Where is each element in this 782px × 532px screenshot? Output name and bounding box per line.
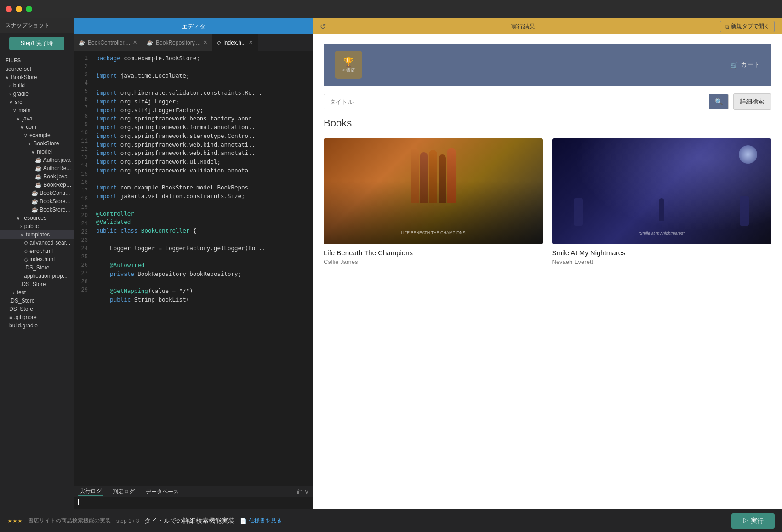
cover-1-text: LIFE BENEATH THE CHAMPIONS: [328, 230, 538, 235]
tree-book-java[interactable]: ☕ Book.java: [0, 172, 74, 181]
code-area[interactable]: 1234567891011121314151617181920212223242…: [74, 51, 313, 486]
step-info: step 1 / 3: [116, 518, 139, 524]
files-header: FILES: [0, 56, 74, 65]
book-card-2[interactable]: "Smile at my nightmares" Smile At My Nig…: [552, 138, 771, 265]
tree-bookstoreapp-java[interactable]: ☕ BookStoreA...: [0, 197, 74, 206]
tree-ds-store-2[interactable]: .DS_Store: [0, 280, 74, 288]
tree-test[interactable]: › test: [0, 288, 74, 297]
book-card-1[interactable]: LIFE BENEATH THE CHAMPIONS Life Beneath …: [324, 138, 543, 265]
sidebar-header: スナップショット: [0, 18, 74, 33]
tree-gradle[interactable]: › gradle: [0, 90, 74, 98]
tree-src[interactable]: ∨ src: [0, 98, 74, 106]
tab-bookcontroller[interactable]: ☕ BookController.... ✕: [74, 34, 142, 51]
close-button[interactable]: [6, 6, 12, 12]
tree-index-html[interactable]: ◇ index.html: [0, 255, 74, 263]
tree-authorrep-java[interactable]: ☕ AuthorRe...: [0, 164, 74, 172]
log-tabs: 実行ログ 判定ログ データベース 🗑 ∨: [74, 486, 313, 497]
traffic-lights: [6, 6, 32, 12]
book-author-2: Nevaeh Everett: [552, 258, 771, 265]
tree-build[interactable]: › build: [0, 81, 74, 90]
html-icon: ◇: [217, 40, 221, 46]
tree-public[interactable]: › public: [0, 222, 74, 230]
tree-bookstore-sub[interactable]: ∨ BookStore: [0, 139, 74, 148]
main-container: スナップショット Step1 完了時 FILES source-set ∨ Bo…: [0, 18, 782, 532]
book-author-1: Callie James: [324, 258, 543, 265]
code-content: package com.example.BookStore; import ja…: [91, 51, 313, 486]
spec-link-icon: 📄: [240, 518, 247, 524]
tree-advanced-html[interactable]: ◇ advanced-sear...: [0, 239, 74, 247]
tree-ds-store-3[interactable]: .DS_Store: [0, 297, 74, 305]
task-label: 書店サイトの商品検索機能の実装: [28, 517, 111, 525]
books-title: Books: [324, 117, 771, 129]
tab-bookrepository[interactable]: ☕ BookRepository.... ✕: [142, 34, 212, 51]
refresh-button[interactable]: ↺: [320, 22, 326, 31]
log-area: 実行ログ 判定ログ データベース 🗑 ∨: [74, 486, 313, 509]
spec-link-label: 仕様書を見る: [249, 517, 282, 525]
cart-label: カート: [741, 61, 760, 69]
maximize-button[interactable]: [26, 6, 32, 12]
minimize-button[interactable]: [16, 6, 22, 12]
tab-close-2[interactable]: ✕: [203, 40, 207, 46]
tree-main[interactable]: ∨ main: [0, 106, 74, 114]
right-panel-title: 実行結果: [511, 23, 535, 31]
tree-bookstorecfg-java[interactable]: ☕ BookStoreC...: [0, 206, 74, 214]
logo-text: ○○書店: [342, 67, 355, 73]
tree-author-java[interactable]: ☕ Author.java: [0, 156, 74, 164]
tab-close-1[interactable]: ✕: [133, 40, 137, 46]
log-tab-database[interactable]: データベース: [144, 488, 181, 496]
editor-area: エディタ ☕ BookController.... ✕ ☕ BookReposi…: [74, 18, 313, 509]
search-button[interactable]: 🔍: [709, 94, 728, 109]
editor-titlebar: エディタ: [74, 18, 313, 34]
store-logo: 🏆 ○○書店: [335, 51, 362, 79]
task-stars: ★★★: [7, 518, 23, 524]
tree-bookrepo-java[interactable]: ☕ BookRepo...: [0, 181, 74, 189]
tree-build-gradle[interactable]: build.gradle: [0, 321, 74, 330]
log-cursor: [78, 499, 79, 505]
log-tab-judgment[interactable]: 判定ログ: [111, 488, 137, 496]
tab-close-3[interactable]: ✕: [249, 40, 253, 46]
advanced-search-button[interactable]: 詳細検索: [733, 93, 771, 110]
tree-com[interactable]: ∨ com: [0, 123, 74, 131]
step-complete-button[interactable]: Step1 完了時: [9, 37, 64, 50]
bottom-bar: ★★★ 書店サイトの商品検索機能の実装 step 1 / 3 タイトルでの詳細検…: [0, 509, 782, 532]
bookstore-header: 🏆 ○○書店 🛒 カート: [324, 44, 771, 86]
cart-icon: 🛒: [730, 61, 738, 69]
run-button[interactable]: ▷ 実行: [731, 513, 775, 529]
tab-label-1: BookController....: [88, 40, 130, 46]
tab-label-2: BookRepository....: [156, 40, 200, 46]
tree-java[interactable]: ∨ java: [0, 114, 74, 123]
tree-bookcontroller-java[interactable]: ☕ BookContr...: [0, 189, 74, 197]
tree-templates[interactable]: ∨ templates: [0, 230, 74, 239]
log-tab-execution[interactable]: 実行ログ: [78, 487, 103, 496]
tree-example[interactable]: ∨ example: [0, 131, 74, 139]
tab-index-html[interactable]: ◇ index.h... ✕: [212, 34, 258, 51]
tree-error-html[interactable]: ◇ error.html: [0, 247, 74, 255]
tree-source-set[interactable]: source-set: [0, 65, 74, 73]
search-input-wrap: 🔍: [324, 94, 729, 109]
book-title-1: Life Beneath The Champions: [324, 249, 543, 257]
panels-area: スナップショット Step1 完了時 FILES source-set ∨ Bo…: [0, 18, 782, 509]
new-tab-button[interactable]: ⧉ 新規タブで開く: [720, 21, 775, 32]
tree-bookstore[interactable]: ∨ BookStore: [0, 73, 74, 81]
book-title-2: Smile At My Nightmares: [552, 249, 771, 257]
spec-link[interactable]: 📄 仕様書を見る: [240, 517, 282, 525]
search-area: 🔍 詳細検索: [313, 93, 782, 117]
titlebar: [0, 0, 782, 18]
tree-ds-store-4[interactable]: DS_Store: [0, 305, 74, 313]
sidebar-title: スナップショット: [6, 22, 68, 29]
log-clear-button[interactable]: 🗑 ∨: [296, 488, 309, 495]
tree-ds-store-1[interactable]: .DS_Store: [0, 263, 74, 272]
editor-title: エディタ: [182, 23, 205, 31]
tree-model[interactable]: ∨ model: [0, 148, 74, 156]
java-icon-1: ☕: [79, 40, 85, 46]
book-cover-2: "Smile at my nightmares": [552, 138, 771, 244]
file-tree: FILES source-set ∨ BookStore › build › g…: [0, 54, 74, 509]
tree-app-props[interactable]: application.prop...: [0, 272, 74, 280]
tree-gitignore[interactable]: ≡ .gitignore: [0, 313, 74, 321]
left-sidebar: スナップショット Step1 完了時 FILES source-set ∨ Bo…: [0, 18, 74, 509]
search-input[interactable]: [324, 94, 709, 109]
tree-resources[interactable]: ∨ resources: [0, 214, 74, 222]
cart-button[interactable]: 🛒 カート: [730, 61, 760, 69]
line-numbers: 1234567891011121314151617181920212223242…: [74, 51, 91, 486]
books-section: Books: [313, 117, 782, 275]
